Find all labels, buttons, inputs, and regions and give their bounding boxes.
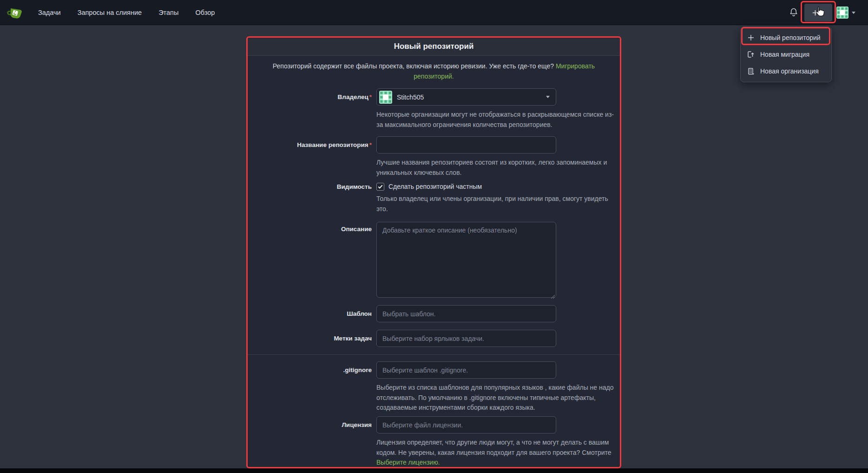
required-asterisk: * [369,141,372,148]
nav-pull-requests[interactable]: Запросы на слияние [78,9,142,16]
migration-icon [747,51,755,58]
gitea-logo-icon[interactable] [7,4,23,21]
template-label: Шаблон [248,310,372,317]
description-label: Описание [248,226,372,233]
owner-avatar [379,91,392,104]
issue-labels-input[interactable] [376,330,556,347]
template-input[interactable] [376,305,556,322]
create-new-menu: Новый репозиторий Новая миграция Новая о… [740,27,832,82]
user-avatar[interactable] [836,7,848,19]
required-asterisk: * [369,93,372,100]
check-icon [377,184,383,190]
visibility-label: Видимость [248,183,372,190]
visibility-help: Только владелец или члены организации, п… [376,194,618,214]
issue-labels-label: Метки задач [248,335,372,342]
owner-select[interactable]: Stitch505 [376,88,556,106]
gitignore-help: Выберите из списка шаблонов для популярн… [376,383,618,413]
repo-name-help: Лучшие названия репозиториев состоят из … [376,158,618,178]
license-help: Лицензия определяет, что другие люди мог… [376,438,618,468]
top-navbar: Задачи Запросы на слияние Этапы Обзор [0,0,868,25]
private-checkbox[interactable] [376,183,384,191]
nav-issues[interactable]: Задачи [38,9,61,16]
caret-down-icon [821,12,825,14]
license-help-text: Лицензия определяет, что другие люди мог… [376,439,612,456]
private-checkbox-label[interactable]: Сделать репозиторий частным [388,183,482,190]
plus-icon [747,34,755,41]
new-repository-form: Новый репозиторий Репозиторий содержит в… [246,36,621,468]
repo-name-input[interactable] [376,136,556,153]
main-nav: Задачи Запросы на слияние Этапы Обзор [38,0,215,25]
form-title: Новый репозиторий [248,38,620,56]
description-textarea[interactable] [376,222,556,298]
menu-item-new-organization[interactable]: Новая организация [741,63,831,80]
owner-help: Некоторые организации могут не отображат… [376,110,618,130]
section-divider [248,354,620,355]
gitignore-label: .gitignore [248,366,372,373]
choose-license-link[interactable]: Выберите лицензию. [376,459,440,466]
notifications-bell-icon[interactable] [789,7,798,19]
license-label: Лицензия [248,421,372,428]
license-input[interactable] [376,416,556,433]
menu-item-label: Новая миграция [760,51,809,58]
caret-down-icon [546,96,550,98]
menu-item-label: Новый репозиторий [760,34,821,41]
gitignore-input[interactable] [376,361,556,379]
intro-text: Репозиторий содержит все файлы проекта, … [273,62,554,70]
repo-name-label: Название репозитория* [248,141,372,148]
organization-icon [747,67,755,75]
owner-value: Stitch505 [397,93,546,101]
create-new-button[interactable] [804,4,832,21]
nav-milestones[interactable]: Этапы [158,9,178,16]
user-menu-caret-icon[interactable] [852,12,855,14]
nav-explore[interactable]: Обзор [195,9,215,16]
menu-item-label: Новая организация [760,67,819,75]
plus-icon [812,9,819,16]
menu-item-new-migration[interactable]: Новая миграция [741,46,831,63]
bottom-strip [0,468,868,473]
form-intro: Репозиторий содержит все файлы проекта, … [266,61,601,81]
owner-label: Владелец* [248,93,372,100]
menu-item-new-repository[interactable]: Новый репозиторий [741,29,831,46]
